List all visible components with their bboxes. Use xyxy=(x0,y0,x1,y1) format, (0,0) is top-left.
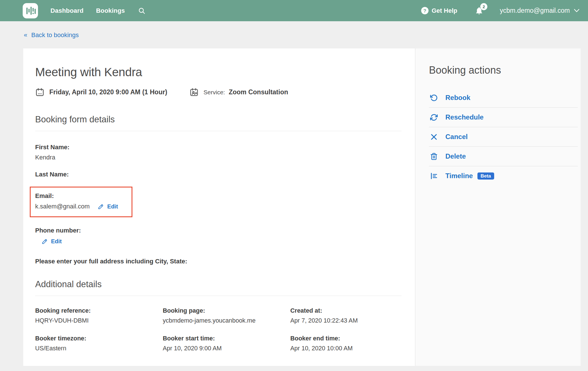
content-area: Meeting with Kendra Friday, April 10, 20… xyxy=(23,48,581,366)
detail-label: Created at: xyxy=(290,307,417,314)
account-email: ycbm.demo@gmail.com xyxy=(500,7,570,14)
booking-actions-heading: Booking actions xyxy=(429,64,578,76)
cancel-label: Cancel xyxy=(445,133,468,141)
detail-label: Booker timezone: xyxy=(35,335,163,342)
cancel-x-icon xyxy=(430,133,438,141)
phone-edit-button[interactable]: Edit xyxy=(41,238,62,245)
additional-details-grid: Booking reference: HQRY-VDUH-DBMI Bookin… xyxy=(35,307,401,352)
page-title: Meeting with Kendra xyxy=(35,65,401,79)
detail-value: ycbmdemo-james.youcanbook.me xyxy=(163,317,290,324)
timeline-icon xyxy=(430,172,438,180)
detail-label: Booking page: xyxy=(163,307,290,314)
chevron-down-icon xyxy=(574,9,579,12)
ycbm-logo-icon[interactable] xyxy=(23,3,38,18)
email-value-row: k.salem@gnail.com Edit xyxy=(35,203,126,210)
detail-label: Booker start time: xyxy=(163,335,290,342)
service-value: Zoom Consultation xyxy=(229,88,288,96)
calendar-icon xyxy=(35,88,45,97)
pencil-icon xyxy=(98,203,104,210)
timeline-label: Timeline xyxy=(445,172,473,180)
detail-value: HQRY-VDUH-DBMI xyxy=(35,317,163,324)
detail-booker-timezone: Booker timezone: US/Eastern xyxy=(35,335,163,352)
booking-form-details-heading: Booking form details xyxy=(35,114,401,125)
service-calendar-user-icon xyxy=(189,88,199,97)
phone-label: Phone number: xyxy=(35,227,401,234)
pencil-icon xyxy=(41,238,48,245)
detail-booking-page: Booking page: ycbmdemo-james.youcanbook.… xyxy=(163,307,290,324)
service-label: Service: xyxy=(204,89,225,96)
rebook-label: Rebook xyxy=(445,94,470,102)
detail-label: Booker end time: xyxy=(290,335,417,342)
first-name-field: First Name: Kendra xyxy=(35,144,401,161)
trash-icon xyxy=(430,153,438,160)
additional-details-heading: Additional details xyxy=(35,279,401,289)
detail-created-at: Created at: Apr 7, 2020 10:22:43 AM xyxy=(290,307,417,324)
get-help-label: Get Help xyxy=(432,7,457,14)
search-icon[interactable] xyxy=(138,7,145,14)
reschedule-label: Reschedule xyxy=(445,113,484,121)
nav-dashboard[interactable]: Dashboard xyxy=(50,7,84,14)
booking-detail-card: Meeting with Kendra Friday, April 10, 20… xyxy=(23,48,415,366)
nav-bookings[interactable]: Bookings xyxy=(96,7,125,14)
address-label: Please enter your full address including… xyxy=(35,258,401,265)
delete-label: Delete xyxy=(445,152,466,160)
phone-field: Phone number: Edit xyxy=(35,227,401,246)
beta-badge: Beta xyxy=(477,172,494,180)
section-divider xyxy=(35,131,401,131)
back-arrow: « xyxy=(24,31,27,39)
email-edit-label: Edit xyxy=(107,203,118,210)
detail-booker-end-time: Booker end time: Apr 10, 2020 10:00 AM xyxy=(290,335,417,352)
last-name-label: Last Name: xyxy=(35,171,401,178)
service-group: Service: Zoom Consultation xyxy=(189,88,288,97)
notifications-button[interactable]: 2 xyxy=(475,7,483,15)
booking-actions-sidebar: Booking actions Rebook Reschedule xyxy=(415,48,581,366)
rebook-action[interactable]: Rebook xyxy=(429,88,578,108)
email-value: k.salem@gnail.com xyxy=(35,203,90,210)
first-name-label: First Name: xyxy=(35,144,401,151)
first-name-value: Kendra xyxy=(35,154,401,161)
booking-form-fields: First Name: Kendra Last Name: Email: k.s… xyxy=(35,144,401,265)
address-field: Please enter your full address including… xyxy=(35,258,401,265)
detail-booking-reference: Booking reference: HQRY-VDUH-DBMI xyxy=(35,307,163,324)
detail-label: Booking reference: xyxy=(35,307,163,314)
booking-meta-row: Friday, April 10, 2020 9:00 AM (1 Hour) … xyxy=(35,88,401,97)
top-navigation-bar: Dashboard Bookings ? Get Help 2 ycbm.dem… xyxy=(0,0,588,21)
email-label: Email: xyxy=(35,192,126,200)
email-edit-button[interactable]: Edit xyxy=(98,203,118,210)
booking-datetime: Friday, April 10, 2020 9:00 AM (1 Hour) xyxy=(49,88,167,96)
detail-value: Apr 7, 2020 10:22:43 AM xyxy=(290,317,417,324)
timeline-action[interactable]: Timeline Beta xyxy=(429,166,578,186)
back-to-bookings-link[interactable]: « Back to bookings xyxy=(24,31,79,39)
notification-count-badge: 2 xyxy=(480,3,487,10)
delete-action[interactable]: Delete xyxy=(429,147,578,166)
detail-value: US/Eastern xyxy=(35,345,163,352)
question-circle-icon: ? xyxy=(421,7,429,14)
last-name-field: Last Name: xyxy=(35,171,401,178)
detail-value: Apr 10, 2020 10:00 AM xyxy=(290,345,417,352)
back-link-label: Back to bookings xyxy=(31,31,79,39)
cancel-action[interactable]: Cancel xyxy=(429,127,578,147)
phone-edit-label: Edit xyxy=(51,238,62,245)
detail-value: Apr 10, 2020 9:00 AM xyxy=(163,345,290,352)
get-help-button[interactable]: ? Get Help xyxy=(421,7,457,14)
detail-booker-start-time: Booker start time: Apr 10, 2020 9:00 AM xyxy=(163,335,290,352)
account-menu[interactable]: ycbm.demo@gmail.com xyxy=(500,7,579,14)
reschedule-icon xyxy=(430,114,438,121)
section-divider xyxy=(35,296,401,296)
svg-text:?: ? xyxy=(423,8,426,14)
booking-actions-list: Rebook Reschedule Cancel xyxy=(429,88,578,186)
rebook-icon xyxy=(430,94,438,102)
reschedule-action[interactable]: Reschedule xyxy=(429,108,578,127)
email-highlight-annotation-box: Email: k.salem@gnail.com Edit xyxy=(30,187,132,217)
